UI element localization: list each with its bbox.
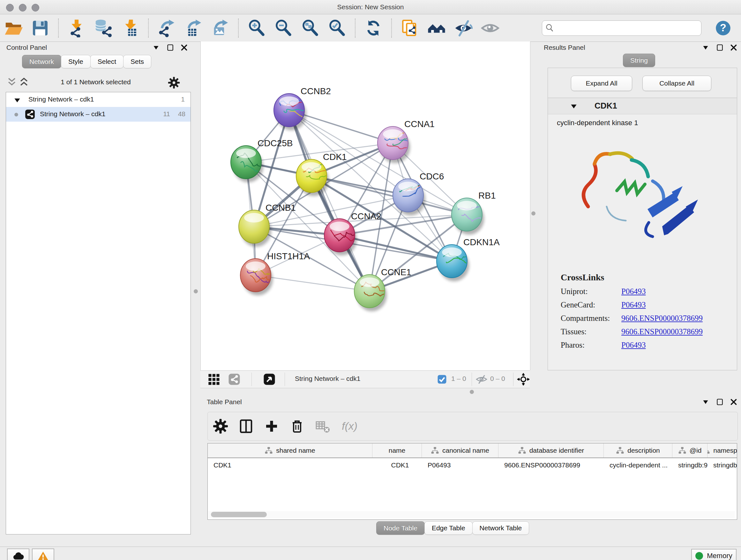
crosslink-link[interactable]: P06493: [621, 341, 646, 350]
node-CDC6[interactable]: CDC6: [393, 172, 444, 215]
results-panel-close-icon[interactable]: [729, 43, 738, 52]
zoom-out-icon[interactable]: [274, 19, 293, 37]
node-HIST1H1A[interactable]: HIST1H1A: [240, 251, 310, 295]
node-CDKN1A[interactable]: CDKN1A: [436, 237, 500, 281]
column-header-name[interactable]: name: [373, 443, 422, 457]
results-panel-collapse-icon[interactable]: [701, 43, 711, 52]
control-panel-collapse-icon[interactable]: [151, 43, 161, 52]
export-network-icon[interactable]: [157, 19, 176, 37]
collection-disclosure-icon[interactable]: [13, 96, 21, 105]
network-snapshot-icon[interactable]: [401, 19, 419, 37]
birdseye-view-icon[interactable]: [263, 373, 276, 386]
control-panel-float-icon[interactable]: [165, 43, 175, 52]
import-network-database-icon[interactable]: [94, 19, 113, 37]
export-image-icon[interactable]: [211, 19, 229, 37]
results-entry-header[interactable]: CDK1: [548, 98, 737, 114]
share-view-icon[interactable]: [228, 373, 241, 386]
toolbar-separator: [148, 18, 149, 38]
cell-database-identifier[interactable]: 9606.ENSP00000378699: [498, 458, 604, 472]
crosslink-link[interactable]: P06493: [621, 287, 646, 296]
cell-shared-name[interactable]: CDK1: [208, 458, 373, 472]
hide-panels-icon[interactable]: [454, 19, 473, 37]
tab-network-table[interactable]: Network Table: [472, 521, 529, 535]
status-bar: Memory: [0, 547, 741, 560]
table-panel-close-icon[interactable]: [729, 397, 738, 407]
column-header-description[interactable]: description: [604, 443, 672, 457]
import-network-icon[interactable]: [67, 19, 86, 37]
entry-disclosure-icon[interactable]: [569, 102, 578, 111]
bottom-splitter-handle[interactable]: [470, 390, 474, 394]
grid-view-icon[interactable]: [207, 373, 220, 386]
open-session-icon[interactable]: [4, 19, 23, 37]
tab-string[interactable]: String: [623, 54, 655, 67]
cell--id[interactable]: stringdb:9...: [672, 458, 708, 472]
node-CDC25B[interactable]: CDC25B: [231, 138, 293, 182]
hidden-elements-icon[interactable]: [475, 373, 488, 385]
network-canvas[interactable]: CCNB2 CCNA1 CDC25B CDK1 CDC6 RB1 CCNB1 C…: [200, 42, 530, 370]
tab-sets[interactable]: Sets: [123, 55, 151, 68]
column-header-canonical-name[interactable]: canonical name: [422, 443, 498, 457]
tab-network[interactable]: Network: [22, 55, 61, 68]
memory-button[interactable]: Memory: [691, 549, 737, 560]
add-column-icon[interactable]: [264, 419, 279, 434]
crosslink-link[interactable]: 9606.ENSP00000378699: [621, 314, 703, 323]
save-session-icon[interactable]: [31, 19, 50, 37]
help-icon[interactable]: ?: [715, 20, 731, 37]
column-header--id[interactable]: @id: [672, 443, 708, 457]
node-label-RB1: RB1: [478, 191, 495, 200]
crosshair-icon[interactable]: [517, 373, 530, 386]
tab-style[interactable]: Style: [61, 55, 91, 68]
right-splitter-handle[interactable]: [531, 211, 536, 215]
node-RB1[interactable]: RB1: [452, 191, 495, 235]
cell-description[interactable]: cyclin-dependent ...: [604, 458, 672, 472]
show-panels-icon[interactable]: [481, 19, 499, 37]
crosslink-link[interactable]: 9606.ENSP00000378699: [621, 327, 703, 336]
node-CCNE1[interactable]: CCNE1: [354, 267, 411, 311]
table-options-gear-icon[interactable]: [213, 419, 228, 434]
warning-button[interactable]: [32, 549, 54, 560]
collapse-all-button[interactable]: Collapse All: [643, 76, 711, 91]
table-panel-collapse-icon[interactable]: [701, 397, 711, 407]
collapse-all-networks-icon[interactable]: [6, 77, 17, 87]
column-header-namespace[interactable]: namespace: [708, 443, 737, 457]
show-columns-icon[interactable]: [239, 419, 254, 434]
results-panel-float-icon[interactable]: [715, 43, 724, 52]
zoom-selected-icon[interactable]: [328, 19, 346, 37]
table-row[interactable]: CDK1CDK1P064939606.ENSP00000378699cyclin…: [208, 458, 737, 472]
network-collection-row[interactable]: String Network – cdk1 1: [6, 92, 191, 107]
network-options-gear-icon[interactable]: [168, 77, 180, 89]
collection-label: String Network – cdk1: [28, 96, 94, 103]
crosslink-link[interactable]: P06493: [621, 300, 646, 309]
cloud-button[interactable]: [7, 549, 29, 560]
delete-table-icon: [315, 419, 330, 434]
cell-namespace[interactable]: stringdb: [708, 458, 737, 472]
tab-select[interactable]: Select: [90, 55, 124, 68]
tab-node-table[interactable]: Node Table: [376, 521, 425, 535]
zoom-in-icon[interactable]: [247, 19, 266, 37]
refresh-icon[interactable]: [364, 19, 383, 37]
search-input[interactable]: [542, 20, 701, 36]
expand-all-networks-icon[interactable]: [18, 77, 29, 87]
column-header-shared-name[interactable]: shared name: [208, 443, 373, 457]
delete-column-icon[interactable]: [289, 419, 305, 434]
home-icon[interactable]: [427, 19, 446, 37]
selected-checkbox-icon[interactable]: [436, 374, 448, 385]
import-table-icon[interactable]: [121, 19, 139, 37]
node-CCNB2[interactable]: CCNB2: [274, 86, 331, 130]
cell-canonical-name[interactable]: P06493: [422, 458, 498, 472]
table-hscrollbar-thumb[interactable]: [211, 512, 267, 517]
expand-all-button[interactable]: Expand All: [571, 76, 632, 91]
node-label-CCNE1: CCNE1: [381, 267, 411, 277]
node-CCNA1[interactable]: CCNA1: [378, 119, 434, 163]
cell-name[interactable]: CDK1: [373, 458, 422, 472]
collection-count: 1: [181, 96, 185, 103]
control-panel-close-icon[interactable]: [179, 43, 189, 52]
tab-edge-table[interactable]: Edge Table: [424, 521, 473, 535]
node-CDK1[interactable]: CDK1: [296, 152, 347, 196]
column-header-database-identifier[interactable]: database identifier: [498, 443, 604, 457]
network-row[interactable]: String Network – cdk1 11 48: [6, 107, 191, 122]
left-splitter-handle[interactable]: [194, 289, 198, 294]
zoom-fit-icon[interactable]: [301, 19, 320, 37]
table-panel-float-icon[interactable]: [715, 397, 724, 407]
export-table-icon[interactable]: [184, 19, 203, 37]
